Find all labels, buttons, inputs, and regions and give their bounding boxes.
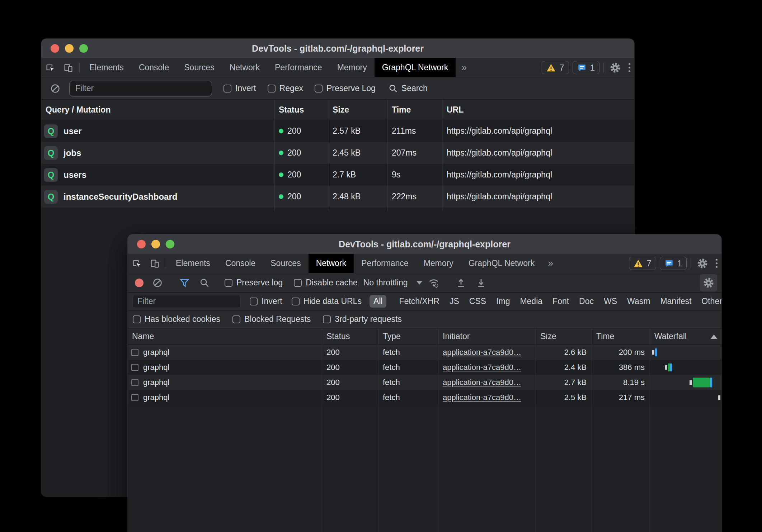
row-checkbox[interactable] bbox=[131, 364, 138, 371]
row-checkbox[interactable] bbox=[131, 394, 138, 401]
col-time[interactable]: Time bbox=[592, 328, 650, 345]
device-toolbar-icon[interactable] bbox=[146, 254, 164, 273]
request-row[interactable]: graphql 200 fetch application-a7ca9d0… 2… bbox=[128, 360, 721, 375]
preserve-log-checkbox[interactable]: Preserve log bbox=[225, 278, 283, 288]
tab-elements[interactable]: Elements bbox=[82, 58, 131, 77]
warnings-badge[interactable]: 7 bbox=[542, 61, 569, 74]
export-har-icon[interactable] bbox=[472, 278, 490, 288]
type-filter-img[interactable]: Img bbox=[492, 295, 514, 308]
tab-elements[interactable]: Elements bbox=[168, 254, 218, 273]
initiator-link[interactable]: application-a7ca9d0… bbox=[443, 363, 521, 372]
network-filter-bar: Invert Hide data URLs All Fetch/XHR JS C… bbox=[128, 293, 721, 310]
network-conditions-icon[interactable] bbox=[424, 277, 443, 288]
col-size[interactable]: Size bbox=[536, 328, 592, 345]
issues-badge[interactable]: 1 bbox=[573, 61, 599, 74]
network-filter-input[interactable] bbox=[133, 295, 240, 308]
invert-checkbox[interactable]: Invert bbox=[250, 296, 282, 306]
settings-gear-icon[interactable] bbox=[693, 254, 712, 273]
col-time[interactable]: Time bbox=[387, 100, 442, 120]
zoom-button[interactable] bbox=[166, 240, 174, 248]
search-button[interactable]: Search bbox=[389, 84, 428, 93]
titlebar[interactable]: DevTools - gitlab.com/-/graphql-explorer bbox=[128, 234, 721, 254]
type-filter-ws[interactable]: WS bbox=[600, 295, 621, 308]
settings-gear-icon[interactable] bbox=[606, 58, 625, 77]
col-initiator[interactable]: Initiator bbox=[438, 328, 536, 345]
has-blocked-cookies-checkbox[interactable]: Has blocked cookies bbox=[133, 314, 220, 324]
minimize-button[interactable] bbox=[151, 240, 160, 248]
kebab-menu-icon[interactable] bbox=[625, 58, 634, 77]
type-filter-js[interactable]: JS bbox=[446, 295, 463, 308]
titlebar[interactable]: DevTools - gitlab.com/-/graphql-explorer bbox=[41, 39, 634, 58]
close-button[interactable] bbox=[137, 240, 146, 248]
more-tabs-icon[interactable]: » bbox=[542, 254, 559, 273]
type-filter-manifest[interactable]: Manifest bbox=[656, 295, 695, 308]
clear-icon[interactable] bbox=[149, 278, 166, 288]
col-type[interactable]: Type bbox=[378, 328, 438, 345]
initiator-link[interactable]: application-a7ca9d0… bbox=[443, 393, 521, 402]
type-filter-wasm[interactable]: Wasm bbox=[623, 295, 654, 308]
disable-cache-checkbox[interactable]: Disable cache bbox=[294, 278, 357, 288]
third-party-requests-checkbox[interactable]: 3rd-party requests bbox=[323, 314, 402, 324]
inspect-element-icon[interactable] bbox=[128, 254, 146, 273]
filter-funnel-icon[interactable] bbox=[175, 278, 193, 288]
tab-performance[interactable]: Performance bbox=[267, 58, 330, 77]
tab-graphql-network[interactable]: GraphQL Network bbox=[461, 254, 542, 273]
col-query-mutation[interactable]: Query / Mutation bbox=[41, 100, 274, 120]
hide-data-urls-checkbox[interactable]: Hide data URLs bbox=[292, 296, 362, 306]
request-row[interactable]: graphql 200 fetch application-a7ca9d0… 2… bbox=[128, 390, 721, 405]
network-settings-gear-icon[interactable] bbox=[700, 274, 717, 291]
regex-checkbox[interactable]: Regex bbox=[268, 84, 303, 93]
search-icon[interactable] bbox=[196, 278, 213, 288]
kebab-menu-icon[interactable] bbox=[712, 254, 721, 273]
row-checkbox[interactable] bbox=[131, 379, 138, 386]
type-filter-css[interactable]: CSS bbox=[465, 295, 490, 308]
table-row[interactable]: Qjobs 200 2.45 kB 207ms https://gitlab.c… bbox=[41, 142, 634, 164]
tab-memory[interactable]: Memory bbox=[330, 58, 375, 77]
blocked-requests-checkbox[interactable]: Blocked Requests bbox=[232, 314, 311, 324]
preserve-log-checkbox[interactable]: Preserve Log bbox=[315, 84, 376, 93]
type-filter-all[interactable]: All bbox=[370, 295, 387, 308]
issues-badge[interactable]: 1 bbox=[660, 257, 687, 270]
initiator-link[interactable]: application-a7ca9d0… bbox=[443, 378, 521, 387]
col-size[interactable]: Size bbox=[328, 100, 387, 120]
col-status[interactable]: Status bbox=[322, 328, 378, 345]
row-checkbox[interactable] bbox=[131, 349, 138, 356]
col-url[interactable]: URL bbox=[442, 100, 634, 120]
type-filter-fetch-xhr[interactable]: Fetch/XHR bbox=[395, 295, 443, 308]
type-filter-media[interactable]: Media bbox=[516, 295, 546, 308]
col-waterfall[interactable]: Waterfall bbox=[650, 328, 721, 345]
close-button[interactable] bbox=[51, 44, 59, 53]
initiator-link[interactable]: application-a7ca9d0… bbox=[443, 348, 521, 357]
more-tabs-icon[interactable]: » bbox=[456, 58, 472, 77]
tab-graphql-network[interactable]: GraphQL Network bbox=[375, 58, 456, 77]
tab-performance[interactable]: Performance bbox=[354, 254, 416, 273]
request-row[interactable]: graphql 200 fetch application-a7ca9d0… 2… bbox=[128, 375, 721, 390]
record-button[interactable] bbox=[135, 279, 144, 287]
inspect-element-icon[interactable] bbox=[41, 58, 59, 77]
tab-sources[interactable]: Sources bbox=[263, 254, 308, 273]
zoom-button[interactable] bbox=[79, 44, 88, 53]
col-name[interactable]: Name bbox=[128, 328, 322, 345]
invert-checkbox[interactable]: Invert bbox=[224, 84, 256, 93]
filter-input[interactable] bbox=[69, 81, 212, 96]
minimize-button[interactable] bbox=[65, 44, 74, 53]
tab-console[interactable]: Console bbox=[131, 58, 177, 77]
type-filter-font[interactable]: Font bbox=[549, 295, 573, 308]
tab-network[interactable]: Network bbox=[309, 254, 354, 273]
tab-network[interactable]: Network bbox=[222, 58, 267, 77]
warnings-badge[interactable]: 7 bbox=[629, 257, 656, 270]
clear-icon[interactable] bbox=[46, 84, 64, 94]
request-row[interactable]: graphql 200 fetch application-a7ca9d0… 2… bbox=[128, 345, 721, 360]
device-toolbar-icon[interactable] bbox=[59, 58, 77, 77]
tab-sources[interactable]: Sources bbox=[177, 58, 222, 77]
import-har-icon[interactable] bbox=[452, 278, 470, 288]
table-row[interactable]: Quser 200 2.57 kB 211ms https://gitlab.c… bbox=[41, 120, 634, 142]
throttling-select[interactable]: No throttling bbox=[363, 278, 422, 288]
type-filter-doc[interactable]: Doc bbox=[575, 295, 598, 308]
table-row[interactable]: QinstanceSecurityDashboard 200 2.48 kB 2… bbox=[41, 186, 634, 208]
col-status[interactable]: Status bbox=[274, 100, 328, 120]
tab-console[interactable]: Console bbox=[218, 254, 263, 273]
tab-memory[interactable]: Memory bbox=[416, 254, 461, 273]
type-filter-other[interactable]: Other bbox=[697, 295, 721, 308]
table-row[interactable]: Qusers 200 2.7 kB 9s https://gitlab.com/… bbox=[41, 164, 634, 186]
